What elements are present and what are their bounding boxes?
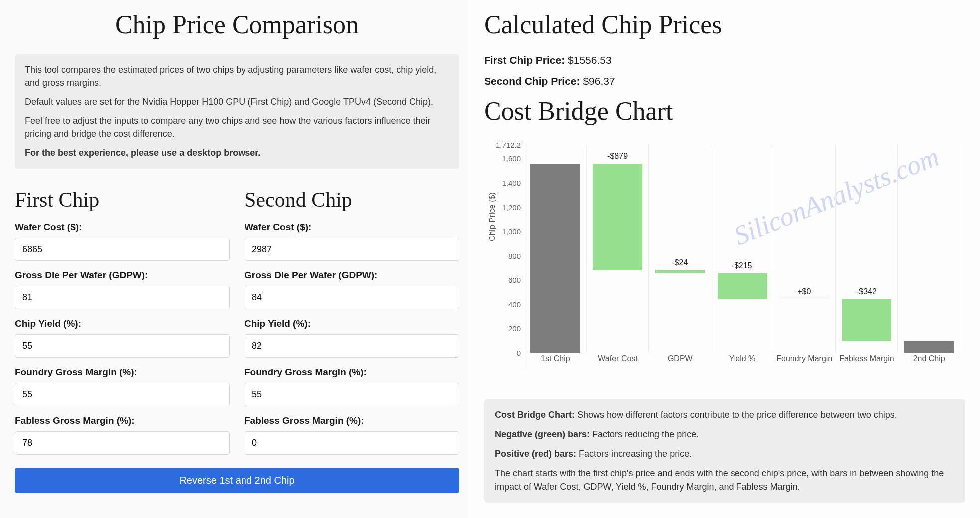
chart-bar-slot: -$879 [587,145,649,353]
chart-x-label: Foundry Margin [773,354,836,370]
chart-bar [904,341,954,353]
second-fabless-label: Fabless Gross Margin (%): [245,415,459,426]
cost-bridge-chart: SiliconAnalysts.com Chip Price ($) 02004… [484,141,965,390]
legend-text-3: Factors increasing the price. [576,449,692,459]
second-wafer-input[interactable] [245,238,459,261]
first-foundry-label: Foundry Gross Margin (%): [15,367,230,378]
intro-p3: Feel free to adjust the inputs to compar… [25,114,449,140]
chart-bar [593,164,642,270]
second-foundry-input[interactable] [245,383,459,406]
legend-text-2: Factors reducing the price. [590,429,699,439]
second-foundry-label: Foundry Gross Margin (%): [245,367,459,378]
chart-y-tick: 200 [508,324,521,333]
page-title: Chip Price Comparison [15,10,459,39]
chart-bar [718,273,767,299]
chart-bar-label: -$24 [649,259,711,267]
first-fabless-input[interactable] [15,431,230,455]
first-price-value: $1556.53 [565,54,611,66]
second-yield-label: Chip Yield (%): [245,318,459,329]
first-wafer-label: Wafer Cost ($): [15,222,230,233]
chart-bar-slot: -$215 [711,145,773,353]
legend-text-1: Shows how different factors contribute t… [575,410,897,420]
chart-bar-slot: +$0 [773,145,836,353]
left-panel: Chip Price Comparison This tool compares… [0,0,469,518]
chart-y-tick: 1,600 [502,154,521,163]
chart-bar [779,299,829,299]
second-wafer-label: Wafer Cost ($): [245,222,459,233]
cost-bridge-heading: Cost Bridge Chart [484,96,965,126]
chart-bar-slot [898,145,960,353]
chart-y-tick: 800 [508,252,521,260]
calculated-prices-heading: Calculated Chip Prices [484,10,965,39]
chart-x-label: Fabless Margin [836,354,898,370]
chart-x-label: 1st Chip [524,354,587,370]
chart-bar-label: -$215 [711,261,773,270]
chart-bar [842,299,891,341]
chart-bar [655,270,705,273]
chart-x-labels: 1st ChipWafer CostGDPWYield %Foundry Mar… [524,354,960,370]
calculated-prices: First Chip Price: $1556.53 Second Chip P… [484,54,965,87]
second-chip-form: Second Chip Wafer Cost ($): Gross Die Pe… [245,182,459,464]
intro-box: This tool compares the estimated prices … [15,54,459,169]
chart-y-tick: 1,200 [502,203,521,211]
first-gdpw-input[interactable] [15,286,230,309]
chart-x-label: Yield % [711,354,773,370]
chart-y-ticks: 02004006008001,0001,2001,4001,6001,712.2 [504,141,524,373]
chart-bar-slot: -$24 [649,145,711,353]
right-panel: Calculated Chip Prices First Chip Price:… [469,0,980,518]
second-fabless-input[interactable] [245,431,459,455]
chart-x-label: Wafer Cost [587,354,649,370]
chart-y-tick: 1,400 [502,179,521,187]
chart-x-label: GDPW [649,354,711,370]
first-yield-label: Chip Yield (%): [15,318,230,329]
chart-bar-slot [524,145,587,353]
legend-title-3: Positive (red) bars: [495,449,576,459]
first-chip-heading: First Chip [15,188,230,212]
chart-bar-slot: -$342 [836,145,898,353]
first-price-label: First Chip Price: [484,54,565,66]
second-price-value: $96.37 [580,75,615,87]
first-wafer-input[interactable] [15,238,230,261]
chart-bar-label: -$342 [836,287,898,296]
second-gdpw-label: Gross Die Per Wafer (GDPW): [245,270,459,281]
first-fabless-label: Fabless Gross Margin (%): [15,415,230,426]
intro-p4: For the best experience, please use a de… [25,148,260,158]
chart-bar-label: -$879 [587,152,649,161]
chart-y-tick: 1,712.2 [496,141,521,149]
legend-title-2: Negative (green) bars: [495,429,590,439]
chart-y-tick: 400 [508,300,521,308]
intro-p2: Default values are set for the Nvidia Ho… [25,95,449,108]
chart-y-tick: 1,000 [502,227,521,236]
intro-p1: This tool compares the estimated prices … [25,63,449,89]
legend-title-1: Cost Bridge Chart: [495,410,575,420]
chart-y-tick: 0 [517,349,521,357]
chart-bar [530,164,580,353]
chart-bar-label: +$0 [773,287,835,296]
chart-x-label: 2nd Chip [898,354,960,370]
legend-text-4: The chart starts with the first chip's p… [495,467,954,494]
second-yield-input[interactable] [245,334,459,358]
second-price-label: Second Chip Price: [484,75,580,87]
chart-plot-area: -$879-$24-$215+$0-$342 [524,145,960,353]
chart-y-tick: 600 [508,275,521,284]
first-chip-form: First Chip Wafer Cost ($): Gross Die Per… [15,182,230,464]
second-gdpw-input[interactable] [245,286,459,309]
second-chip-heading: Second Chip [245,188,459,212]
first-yield-input[interactable] [15,334,230,358]
first-gdpw-label: Gross Die Per Wafer (GDPW): [15,270,230,281]
chart-legend-box: Cost Bridge Chart: Shows how different f… [484,399,965,503]
chart-y-axis-label: Chip Price ($) [488,192,497,241]
first-foundry-input[interactable] [15,383,230,406]
reverse-button[interactable]: Reverse 1st and 2nd Chip [15,468,459,493]
